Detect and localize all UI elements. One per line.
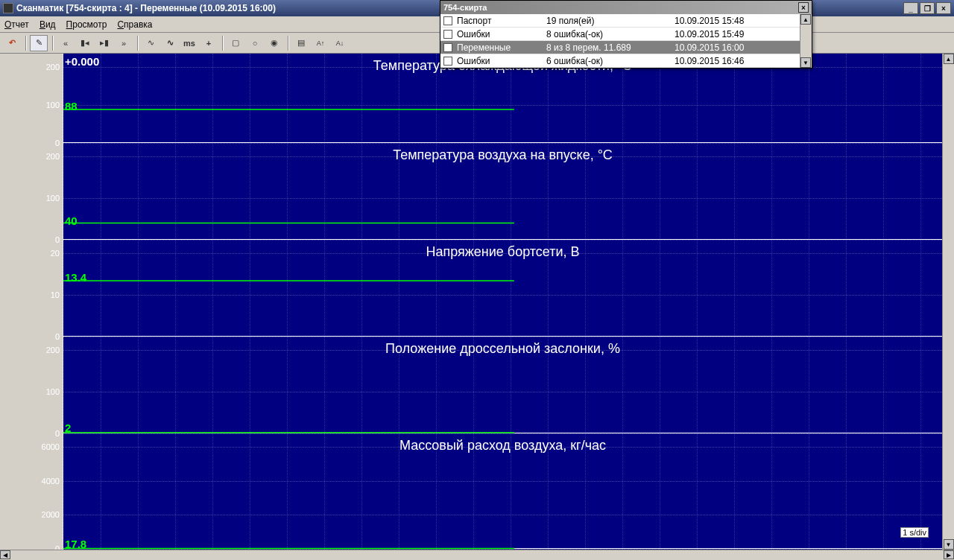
y-tick-label: 100 bbox=[0, 194, 60, 203]
popup-cell-date: 10.09.2015 16:00 bbox=[675, 42, 786, 53]
y-axis-gutter: 010020001002000102001002000200040006000 bbox=[0, 54, 63, 550]
maximize-button[interactable]: ❐ bbox=[920, 2, 935, 14]
menu-browse[interactable]: Просмотр bbox=[66, 19, 107, 30]
popup-row[interactable]: Ошибки8 ошибка(-ок)10.09.2015 15:49 bbox=[440, 28, 812, 41]
y-tick-label: 10 bbox=[0, 290, 60, 299]
popup-cell-name: Ошибки bbox=[455, 56, 546, 66]
scroll-down-icon[interactable]: ▼ bbox=[944, 539, 954, 550]
checkbox-icon[interactable] bbox=[443, 16, 452, 25]
trace-line bbox=[63, 433, 514, 549]
y-tick-label: 4000 bbox=[0, 477, 60, 486]
fforward-icon[interactable]: » bbox=[115, 35, 133, 51]
y-tick-label: 0 bbox=[0, 235, 60, 244]
chart-row: Напряжение бортсети, В13.4 bbox=[63, 240, 942, 337]
y-tick-label: 2000 bbox=[0, 510, 60, 519]
rewind-icon[interactable]: « bbox=[57, 35, 75, 51]
close-button[interactable]: × bbox=[936, 2, 951, 14]
menu-report[interactable]: Отчет bbox=[4, 19, 29, 30]
timebase-label: 1 s/div bbox=[900, 527, 929, 538]
chart-row: Температура воздуха на впуске, °C40 bbox=[63, 143, 942, 240]
checkbox-icon[interactable] bbox=[443, 30, 452, 39]
y-tick-label: 6000 bbox=[0, 442, 60, 451]
popup-row[interactable]: Переменные8 из 8 перем. 11.68910.09.2015… bbox=[440, 41, 812, 54]
popup-cell-name: Переменные bbox=[455, 42, 546, 53]
menu-view[interactable]: Вид bbox=[40, 19, 56, 30]
y-tick-label: 100 bbox=[0, 101, 60, 109]
checkbox-icon[interactable] bbox=[443, 57, 452, 66]
chart-workspace: 010020001002000102001002000200040006000 … bbox=[0, 54, 954, 550]
popup-cell-date: 10.09.2015 15:49 bbox=[675, 29, 786, 39]
chart-row: Массовый расход воздуха, кг/час17.8 bbox=[63, 433, 942, 549]
y-tick-label: 100 bbox=[0, 387, 60, 396]
scroll-left-icon[interactable]: ◀ bbox=[0, 550, 10, 559]
popup-cell-name: Паспорт bbox=[455, 16, 546, 26]
popup-cell-name: Ошибки bbox=[455, 29, 546, 39]
font-up-icon[interactable]: A↑ bbox=[312, 35, 329, 51]
horizontal-scrollbar[interactable]: ◀ ▶ bbox=[0, 550, 954, 560]
edit-icon[interactable]: ✎ bbox=[30, 35, 48, 51]
plus-button[interactable]: + bbox=[200, 35, 218, 51]
y-tick-label: 20 bbox=[0, 249, 60, 258]
popup-cell-detail: 8 из 8 перем. 11.689 bbox=[546, 42, 675, 53]
popup-scrollbar[interactable]: ▲ ▼ bbox=[800, 14, 812, 68]
back-icon[interactable]: ↶ bbox=[3, 35, 21, 51]
app-icon bbox=[3, 3, 13, 13]
y-tick-label: 0 bbox=[0, 139, 60, 147]
y-tick-label: 0 bbox=[0, 332, 60, 341]
trace-line bbox=[63, 143, 514, 240]
popup-cell-date: 10.09.2015 15:48 bbox=[675, 16, 786, 26]
wave-icon[interactable]: ∿ bbox=[142, 35, 159, 51]
menu-help[interactable]: Справка bbox=[117, 19, 152, 30]
popup-cell-detail: 19 поля(ей) bbox=[546, 16, 675, 26]
popup-scroll-down-icon[interactable]: ▼ bbox=[800, 57, 811, 68]
option1-icon[interactable]: ▢ bbox=[227, 35, 244, 51]
ms-button[interactable]: ms bbox=[180, 35, 198, 51]
popup-body: Паспорт19 поля(ей)10.09.2015 15:48Ошибки… bbox=[440, 14, 812, 68]
popup-titlebar[interactable]: 754-скирта × bbox=[440, 1, 812, 14]
popup-cell-detail: 6 ошибка(-ок) bbox=[546, 56, 675, 66]
font-down-icon[interactable]: A↓ bbox=[331, 35, 349, 51]
popup-row[interactable]: Ошибки6 ошибка(-ок)10.09.2015 16:46 bbox=[440, 54, 812, 68]
ms-wave-icon[interactable]: ∿ bbox=[161, 35, 179, 51]
minimize-button[interactable]: _ bbox=[903, 2, 918, 14]
trace-line bbox=[63, 337, 514, 433]
popup-scroll-up-icon[interactable]: ▲ bbox=[800, 14, 811, 25]
popup-row[interactable]: Паспорт19 поля(ей)10.09.2015 15:48 bbox=[440, 14, 812, 28]
list-icon[interactable]: ▤ bbox=[292, 35, 310, 51]
vertical-scrollbar[interactable]: ▲ ▼ bbox=[942, 54, 954, 550]
y-tick-label: 200 bbox=[0, 152, 60, 161]
prev-icon[interactable]: ▮◂ bbox=[76, 35, 94, 51]
window-title: Сканматик [754-скирта : 4] - Переменные … bbox=[16, 3, 276, 13]
popup-close-icon[interactable]: × bbox=[798, 2, 809, 13]
checkbox-icon[interactable] bbox=[443, 43, 452, 52]
circle-icon[interactable]: ○ bbox=[246, 35, 264, 51]
chart-row: Положение дроссельной заслонки, %2 bbox=[63, 337, 942, 433]
trace-line bbox=[63, 240, 514, 337]
sessions-popup[interactable]: 754-скирта × Паспорт19 поля(ей)10.09.201… bbox=[440, 0, 812, 69]
next-icon[interactable]: ▸▮ bbox=[95, 35, 113, 51]
popup-cell-detail: 8 ошибка(-ок) bbox=[546, 29, 675, 39]
plot-area[interactable]: +0.000 Температура охлаждающей жидкости,… bbox=[63, 54, 942, 550]
popup-cell-date: 10.09.2015 16:46 bbox=[675, 56, 786, 66]
record-icon[interactable]: ◉ bbox=[265, 35, 283, 51]
y-tick-label: 0 bbox=[0, 429, 60, 438]
scroll-up-icon[interactable]: ▲ bbox=[944, 54, 954, 64]
scroll-right-icon[interactable]: ▶ bbox=[944, 550, 954, 559]
y-tick-label: 200 bbox=[0, 63, 60, 71]
y-tick-label: 200 bbox=[0, 346, 60, 354]
popup-title-text: 754-скирта bbox=[443, 3, 487, 12]
